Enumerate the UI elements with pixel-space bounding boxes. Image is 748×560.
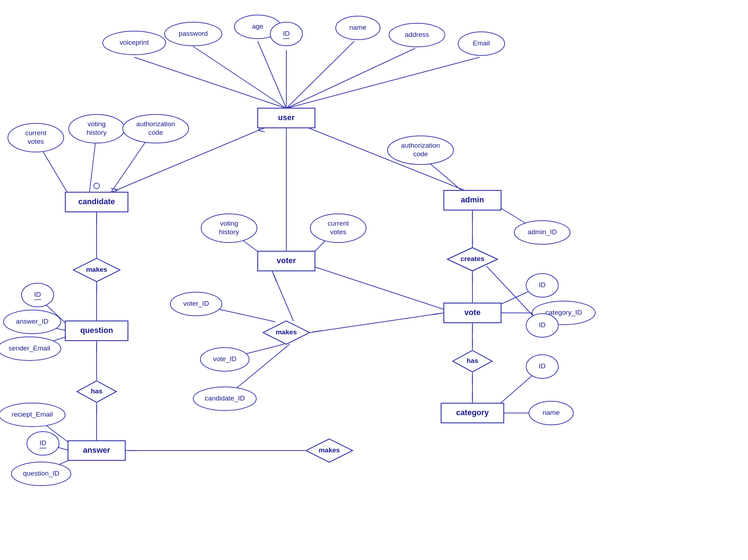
er-diagram: [0, 0, 748, 560]
